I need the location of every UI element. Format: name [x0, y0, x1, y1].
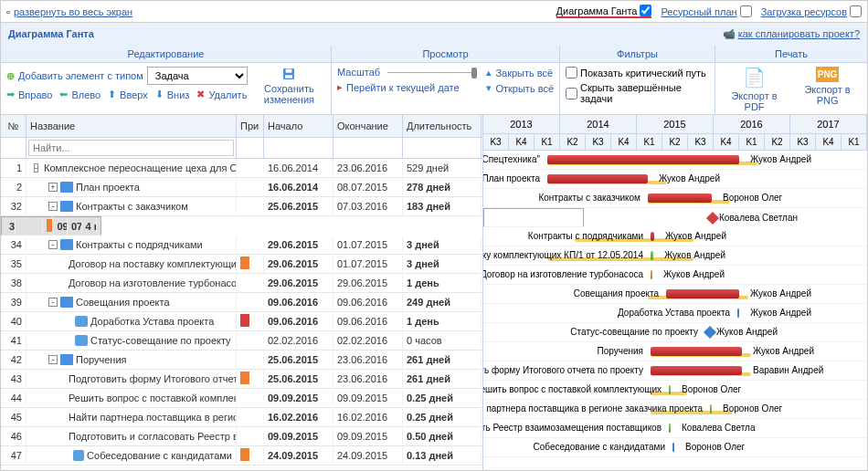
- table-row[interactable]: 44 Решить вопрос с поставкой комплектую …: [1, 389, 482, 408]
- move-up[interactable]: ⬆Вверх: [108, 89, 148, 100]
- tab-gantt-check[interactable]: [640, 5, 651, 16]
- quarter-header[interactable]: K1: [739, 134, 765, 150]
- move-down[interactable]: ⬇Вниз: [155, 89, 190, 100]
- gantt-milestone[interactable]: [706, 212, 719, 225]
- gantt-row[interactable]: Подготовить форму Итогового отчета по пр…: [483, 361, 867, 381]
- export-pdf[interactable]: 📄 Экспорт в PDF: [721, 67, 788, 112]
- table-row[interactable]: 40 Доработка Устава проекта 09.06.2016 0…: [1, 312, 482, 331]
- table-row[interactable]: 42 -Поручения 25.06.2015 23.06.2016 261 …: [1, 351, 482, 370]
- quarter-header[interactable]: K4: [509, 134, 535, 150]
- tree-toggle[interactable]: -: [48, 202, 58, 211]
- quarter-header[interactable]: K1: [637, 134, 662, 150]
- gantt-bar[interactable]: [669, 385, 671, 394]
- add-element[interactable]: ⊕ Добавить элемент с типом Задача: [6, 67, 248, 85]
- open-all[interactable]: ▾Открыть всё: [486, 82, 554, 94]
- gantt-milestone[interactable]: [704, 326, 716, 339]
- quarter-header[interactable]: K4: [611, 134, 637, 150]
- tab-loading-check[interactable]: [850, 5, 862, 17]
- col-end[interactable]: Окончание: [333, 115, 403, 137]
- tab-loading[interactable]: Загрузка ресурсов: [761, 5, 862, 17]
- quarter-header[interactable]: K3: [688, 134, 714, 150]
- table-row[interactable]: 32 -Контракты с заказчиком 25.06.2015 07…: [1, 197, 482, 216]
- export-png[interactable]: PNG Экспорт в PNG: [793, 67, 862, 106]
- quarter-header[interactable]: K3: [483, 134, 509, 150]
- gantt-bar[interactable]: [547, 155, 739, 164]
- critical-path-check[interactable]: Показать критический путь: [566, 67, 709, 78]
- table-row[interactable]: 43 Подготовить форму Итогового отчета п …: [1, 370, 482, 389]
- table-row[interactable]: 45 Найти партнера поставщика в регионе 1…: [1, 408, 482, 427]
- gantt-row[interactable]: План проектаЖуков Андрей: [483, 170, 867, 189]
- col-dur[interactable]: Длительность: [403, 115, 482, 137]
- tree-toggle[interactable]: -: [48, 355, 58, 364]
- gantt-row[interactable]: Решить вопрос с поставкой комплектующихВ…: [483, 381, 867, 400]
- gantt-bar[interactable]: [710, 404, 712, 413]
- gantt-row[interactable]: цение цеха для ООО "Спецтехника"Жуков Ан…: [483, 151, 867, 170]
- tab-resource-check[interactable]: [740, 5, 752, 17]
- save-button[interactable]: Сохранить изменения: [253, 67, 325, 105]
- gantt-bar[interactable]: [547, 174, 648, 183]
- help-link[interactable]: 📹 как спланировать проект?: [723, 28, 860, 40]
- gantt-row[interactable]: Контракты с заказчикомВоронов Олег: [483, 189, 867, 208]
- move-right[interactable]: ➡Вправо: [6, 89, 52, 100]
- gantt-bar[interactable]: [666, 289, 739, 298]
- gantt-row[interactable]: Договор на пусконаладкуКовалева Светлан: [483, 208, 584, 227]
- quarter-header[interactable]: K3: [790, 134, 816, 150]
- quarter-header[interactable]: K1: [535, 134, 560, 150]
- table-row[interactable]: 41 Статус-совещание по проекту 02.02.201…: [1, 331, 482, 351]
- delete-button[interactable]: ✖Удалить: [196, 89, 247, 100]
- table-row[interactable]: 34 -Контракты с подрядчиками 29.06.2015 …: [1, 236, 482, 255]
- gantt-row[interactable]: Доработка Устава проектаЖуков Андрей: [483, 304, 867, 323]
- tree-toggle[interactable]: +: [48, 183, 58, 192]
- tab-resource[interactable]: Ресурсный план: [661, 5, 751, 17]
- gantt-bar[interactable]: [651, 251, 653, 260]
- gantt-row[interactable]: Статус-совещание по проектуЖуков Андрей: [483, 323, 867, 342]
- gantt-row[interactable]: Собеседование с кандидатамиВоронов Олег: [483, 438, 867, 457]
- quarter-header[interactable]: K2: [560, 134, 586, 150]
- gantt-bar[interactable]: [651, 347, 742, 356]
- tree-toggle[interactable]: -: [48, 298, 58, 307]
- gantt-bar[interactable]: [651, 366, 742, 375]
- tree-toggle[interactable]: -: [48, 240, 58, 249]
- col-flag[interactable]: При: [237, 115, 264, 137]
- gantt-bar[interactable]: [737, 309, 739, 318]
- quarter-header[interactable]: K4: [816, 134, 842, 150]
- year-header[interactable]: 2013: [483, 115, 560, 133]
- col-no[interactable]: №: [1, 115, 26, 137]
- table-row[interactable]: 2 +План проекта 16.06.2014 08.07.2015 27…: [1, 178, 482, 197]
- quarter-header[interactable]: K2: [662, 134, 688, 150]
- gantt-bar[interactable]: [651, 232, 654, 241]
- year-header[interactable]: 2015: [637, 115, 714, 133]
- year-header[interactable]: 2017: [790, 115, 867, 133]
- year-header[interactable]: 2016: [714, 115, 790, 133]
- close-all[interactable]: ▴Закрыть всё: [486, 67, 554, 78]
- col-name[interactable]: Название: [26, 115, 237, 137]
- year-header[interactable]: 2014: [560, 115, 637, 133]
- quarter-header[interactable]: K3: [586, 134, 611, 150]
- gantt-row[interactable]: ПорученияЖуков Андрей: [483, 342, 867, 361]
- table-row[interactable]: 47 Собеседование с кандидатами 24.09.201…: [1, 446, 482, 466]
- type-select[interactable]: Задача: [147, 67, 248, 85]
- move-left[interactable]: ⬅Влево: [59, 89, 101, 100]
- gantt-row[interactable]: Найти партнера поставщика в регионе зака…: [483, 400, 867, 419]
- slider-thumb-icon[interactable]: [471, 68, 477, 78]
- table-row[interactable]: 1 -Комплексное переоснащение цеха для ОО…: [1, 159, 482, 178]
- quarter-header[interactable]: K1: [842, 134, 867, 150]
- table-row[interactable]: 38 Договор на изготовление турбонасоса 2…: [1, 274, 482, 293]
- tree-toggle[interactable]: -: [34, 163, 38, 173]
- gantt-bar[interactable]: [648, 194, 712, 203]
- gantt-bar[interactable]: [672, 443, 674, 452]
- gantt-bar[interactable]: [669, 424, 671, 433]
- table-row[interactable]: 33 Договор на пусконаладку 09.02.2016 07…: [1, 216, 101, 236]
- gantt-row[interactable]: Совещания проектаЖуков Андрей: [483, 285, 867, 304]
- table-row[interactable]: 39 -Совещания проекта 09.06.2016 09.06.2…: [1, 293, 482, 312]
- col-start[interactable]: Начало: [264, 115, 333, 137]
- scale-slider[interactable]: Масштаб: [337, 67, 481, 78]
- goto-today[interactable]: ▸Перейти к текущей дате: [337, 81, 481, 93]
- gantt-row[interactable]: Договор на изготовление турбонасосаЖуков…: [483, 266, 867, 285]
- gantt-bar[interactable]: [651, 270, 652, 279]
- gantt-row[interactable]: Контракты с подрядчикамиЖуков Андрей: [483, 227, 867, 246]
- tab-gantt[interactable]: Диаграмма Ганта: [556, 5, 652, 18]
- table-row[interactable]: 46 Подготовить и согласовать Реестр взаи…: [1, 427, 482, 446]
- quarter-header[interactable]: K4: [714, 134, 739, 150]
- gantt-row[interactable]: Договор на поставку комплектующих КП/1 о…: [483, 246, 867, 266]
